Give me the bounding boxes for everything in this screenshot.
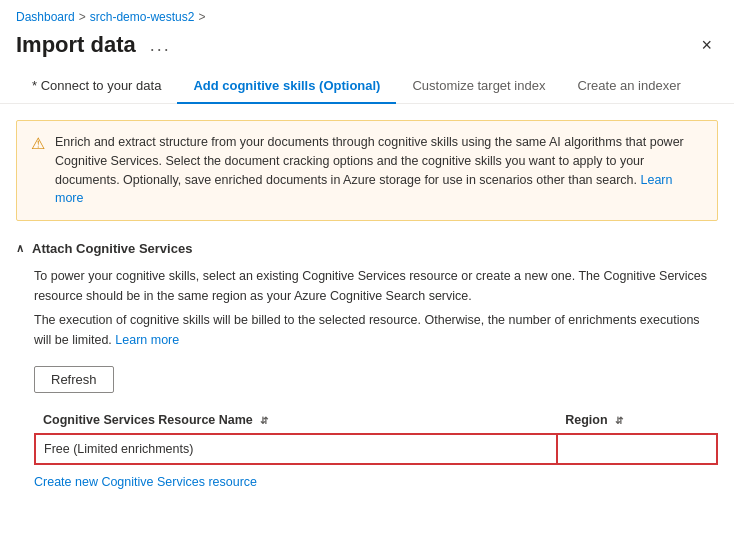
table-row[interactable]: Free (Limited enrichments)	[35, 434, 717, 464]
section-body: To power your cognitive skills, select a…	[16, 266, 718, 489]
resource-table: Cognitive Services Resource Name ⇵ Regio…	[34, 407, 718, 465]
chevron-up-icon[interactable]: ∧	[16, 242, 24, 255]
page-header: Import data ... ×	[0, 30, 734, 70]
tabs: Connect to your data Add cognitive skill…	[0, 70, 734, 104]
breadcrumb-dashboard[interactable]: Dashboard	[16, 10, 75, 24]
main-content: ⚠ Enrich and extract structure from your…	[0, 104, 734, 489]
create-cognitive-service-link[interactable]: Create new Cognitive Services resource	[34, 475, 257, 489]
breadcrumb: Dashboard > srch-demo-westus2 >	[0, 0, 734, 30]
section-body-text-1: To power your cognitive skills, select a…	[34, 266, 718, 306]
sort-icon-region: ⇵	[615, 415, 623, 426]
ellipsis-button[interactable]: ...	[144, 33, 177, 58]
breadcrumb-service[interactable]: srch-demo-westus2	[90, 10, 195, 24]
info-banner: ⚠ Enrich and extract structure from your…	[16, 120, 718, 221]
breadcrumb-sep-2: >	[198, 10, 205, 24]
tab-customize-index[interactable]: Customize target index	[396, 70, 561, 103]
page-title: Import data	[16, 32, 136, 58]
table-header-region[interactable]: Region ⇵	[557, 407, 717, 434]
table-cell-region	[557, 434, 717, 464]
section-learn-more-link[interactable]: Learn more	[115, 333, 179, 347]
tab-connect-to-data[interactable]: Connect to your data	[16, 70, 177, 103]
close-button[interactable]: ×	[695, 34, 718, 56]
table-cell-name: Free (Limited enrichments)	[35, 434, 557, 464]
refresh-button[interactable]: Refresh	[34, 366, 114, 393]
table-header-name[interactable]: Cognitive Services Resource Name ⇵	[35, 407, 557, 434]
breadcrumb-sep-1: >	[79, 10, 86, 24]
section-header: ∧ Attach Cognitive Services	[16, 241, 718, 256]
sort-icon-name: ⇵	[260, 415, 268, 426]
tab-create-indexer[interactable]: Create an indexer	[561, 70, 696, 103]
section-title: Attach Cognitive Services	[32, 241, 192, 256]
section-body-text-2: The execution of cognitive skills will b…	[34, 310, 718, 350]
warning-icon: ⚠	[31, 134, 45, 208]
info-banner-text: Enrich and extract structure from your d…	[55, 133, 703, 208]
tab-cognitive-skills[interactable]: Add cognitive skills (Optional)	[177, 70, 396, 103]
